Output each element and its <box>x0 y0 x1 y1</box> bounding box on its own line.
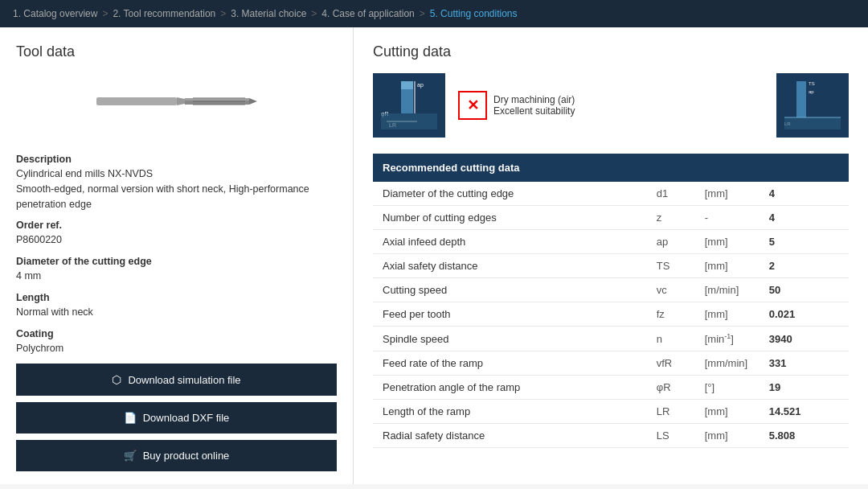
download-simulation-label: Download simulation file <box>128 374 240 386</box>
tool-image <box>96 81 257 121</box>
table-row: Axial infeed depth ap [mm] 5 <box>373 230 849 254</box>
tool-data-title: Tool data <box>16 43 337 60</box>
coating-value: Polychrom <box>16 341 337 356</box>
coating-label: Coating <box>16 328 337 339</box>
condition-sublabel: Excellent suitability <box>493 105 575 117</box>
row-label: Axial safety distance <box>373 254 647 278</box>
row-unit: [mm] <box>695 400 760 424</box>
svg-text:ap: ap <box>809 89 814 94</box>
diameter-label: Diameter of the cutting edge <box>16 256 337 267</box>
row-label: Length of the ramp <box>373 400 647 424</box>
condition-text: Dry machining (air) Excellent suitabilit… <box>493 94 575 117</box>
row-unit: - <box>695 206 760 230</box>
row-symbol: TS <box>647 254 695 278</box>
row-value: 0.021 <box>760 302 849 327</box>
row-label: Radial safety distance <box>373 424 647 448</box>
download-dxf-button[interactable]: 📄 Download DXF file <box>16 402 337 434</box>
tool-image-area <box>16 73 337 138</box>
cutting-diagram-right: TS ap LR <box>776 73 849 138</box>
row-unit: [mm] <box>695 424 760 448</box>
table-row: Penetration angle of the ramp φR [°] 19 <box>373 376 849 400</box>
row-unit: [mm] <box>695 302 760 327</box>
row-value: 50 <box>760 278 849 302</box>
svg-rect-15 <box>381 113 437 129</box>
order-ref-value: P8600220 <box>16 232 337 248</box>
row-symbol: vc <box>647 278 695 302</box>
row-unit: [mm] <box>695 254 760 278</box>
row-symbol: n <box>647 327 695 351</box>
row-symbol: z <box>647 206 695 230</box>
row-value: 331 <box>760 351 849 376</box>
table-row: Cutting speed vc [m/min] 50 <box>373 278 849 302</box>
diameter-value: 4 mm <box>16 269 337 284</box>
row-unit: [m/min] <box>695 278 760 302</box>
row-value: 4 <box>760 206 849 230</box>
row-symbol: ap <box>647 230 695 254</box>
table-header: Recommended cutting data <box>373 154 849 182</box>
table-row: Axial safety distance TS [mm] 2 <box>373 254 849 278</box>
row-symbol: vfR <box>647 351 695 376</box>
row-symbol: LR <box>647 400 695 424</box>
tool-info: Description Cylindrical end mills NX-NVD… <box>16 146 337 355</box>
description-label: Description <box>16 154 337 165</box>
row-symbol: φR <box>647 376 695 400</box>
breadcrumb-item-cutting[interactable]: 5. Cutting conditions <box>430 8 518 19</box>
breadcrumb-item-tool-rec[interactable]: 2. Tool recommendation <box>113 8 215 19</box>
svg-marker-1 <box>177 97 185 105</box>
table-row: Radial safety distance LS [mm] 5.808 <box>373 424 849 448</box>
row-value: 4 <box>760 182 849 206</box>
breadcrumb-separator-4: > <box>420 8 425 19</box>
order-ref-label: Order ref. <box>16 220 337 231</box>
row-symbol: d1 <box>647 182 695 206</box>
svg-rect-16 <box>796 81 806 117</box>
row-label: Feed rate of the ramp <box>373 351 647 376</box>
not-suitable-icon: ✕ <box>458 91 487 120</box>
buy-product-label: Buy product online <box>143 450 230 462</box>
row-unit: [mm] <box>695 182 760 206</box>
description-value-2: Smooth-edged, normal version with short … <box>16 182 337 212</box>
table-row: Length of the ramp LR [mm] 14.521 <box>373 400 849 424</box>
breadcrumb-item-material[interactable]: 3. Material choice <box>231 8 306 19</box>
cart-icon: 🛒 <box>124 450 137 462</box>
main-layout: Tool data Description <box>0 27 868 484</box>
cutting-data-title: Cutting data <box>373 43 849 60</box>
row-unit: [mm/min] <box>695 351 760 376</box>
table-row: Number of cutting edges z - 4 <box>373 206 849 230</box>
condition-badge: ✕ Dry machining (air) Excellent suitabil… <box>458 91 575 120</box>
row-label: Diameter of the cutting edge <box>373 182 647 206</box>
file-icon: 📄 <box>124 412 137 424</box>
breadcrumb-item-catalog[interactable]: 1. Catalog overview <box>13 8 97 19</box>
row-value: 2 <box>760 254 849 278</box>
download-simulation-button[interactable]: ⬡ Download simulation file <box>16 364 337 396</box>
row-value: 3940 <box>760 327 849 351</box>
svg-text:TS: TS <box>809 81 815 86</box>
table-row: Spindle speed n [min-1] 3940 <box>373 327 849 351</box>
row-label: Feed per tooth <box>373 302 647 327</box>
left-panel: Tool data Description <box>0 27 354 484</box>
row-label: Penetration angle of the ramp <box>373 376 647 400</box>
row-label: Axial infeed depth <box>373 230 647 254</box>
breadcrumb-item-application[interactable]: 4. Case of application <box>321 8 414 19</box>
row-value: 19 <box>760 376 849 400</box>
description-value-1: Cylindrical end mills NX-NVDS <box>16 166 337 182</box>
table-row: Feed rate of the ramp vfR [mm/min] 331 <box>373 351 849 376</box>
length-label: Length <box>16 292 337 303</box>
cutting-data-table: Recommended cutting data Diameter of the… <box>373 154 849 448</box>
row-label: Cutting speed <box>373 278 647 302</box>
row-value: 5.808 <box>760 424 849 448</box>
row-unit: [min-1] <box>695 327 760 351</box>
breadcrumb-separator-1: > <box>102 8 108 19</box>
table-row: Diameter of the cutting edge d1 [mm] 4 <box>373 182 849 206</box>
row-symbol: fz <box>647 302 695 327</box>
buy-product-button[interactable]: 🛒 Buy product online <box>16 440 337 471</box>
table-row: Feed per tooth fz [mm] 0.021 <box>373 302 849 327</box>
row-unit: [mm] <box>695 230 760 254</box>
row-label: Spindle speed <box>373 327 647 351</box>
row-value: 14.521 <box>760 400 849 424</box>
breadcrumb-separator-2: > <box>220 8 226 19</box>
right-panel: Cutting data ap LR φR <box>354 27 868 484</box>
condition-label: Dry machining (air) <box>493 94 575 105</box>
3d-icon: ⬡ <box>112 373 121 386</box>
svg-text:ap: ap <box>417 82 424 88</box>
row-symbol: LS <box>647 424 695 448</box>
